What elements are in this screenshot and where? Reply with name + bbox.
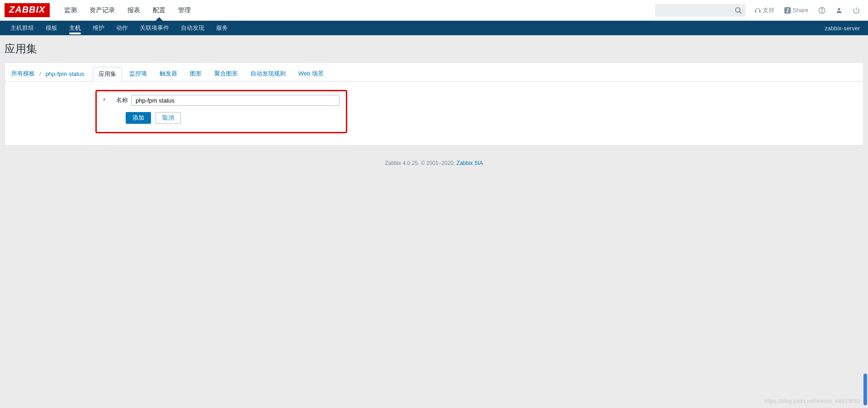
tab-applications[interactable]: 应用集 [93, 67, 122, 81]
subnav-correlation[interactable]: 关联项事件 [134, 21, 175, 35]
svg-point-6 [838, 8, 840, 10]
main-menu-administration[interactable]: 管理 [172, 0, 197, 20]
tab-web-scenarios[interactable]: Web 场景 [293, 67, 329, 80]
help-link[interactable] [815, 7, 829, 14]
main-menu-reports[interactable]: 报表 [121, 0, 146, 20]
breadcrumb-template-name[interactable]: php-fpm status [44, 68, 86, 80]
tab-triggers[interactable]: 触发器 [154, 67, 183, 80]
tab-strip: 所有模板 / php-fpm status 应用集 监控项 触发器 图形 聚合图… [5, 63, 863, 81]
support-label: 支持 [763, 6, 774, 14]
search-input[interactable] [655, 4, 745, 17]
name-input[interactable] [132, 95, 340, 106]
svg-line-1 [740, 12, 741, 14]
subnav-templates[interactable]: 模板 [40, 21, 63, 35]
footer-link[interactable]: Zabbix SIA [457, 160, 483, 166]
power-icon [853, 7, 860, 14]
breadcrumb-all-templates[interactable]: 所有模板 [9, 67, 37, 80]
svg-rect-2 [755, 10, 756, 12]
sub-nav: 主机群组 模板 主机 维护 动作 关联项事件 自动发现 服务 zabbix-se… [0, 21, 868, 35]
top-bar: ZABBIX 监测 资产记录 报表 配置 管理 支持 Z Share [0, 0, 868, 21]
tab-graphs[interactable]: 图形 [184, 67, 207, 80]
subnav-discovery[interactable]: 自动发现 [175, 21, 210, 35]
subnav-host-groups[interactable]: 主机群组 [5, 21, 40, 35]
user-icon [835, 7, 843, 14]
breadcrumb-separator: / [38, 68, 42, 80]
logout-link[interactable] [849, 7, 863, 14]
page-title: 应用集 [0, 35, 868, 62]
add-button[interactable]: 添加 [126, 112, 151, 124]
share-link[interactable]: Z Share [781, 7, 812, 14]
tab-screens[interactable]: 聚合图形 [209, 67, 243, 80]
highlight-box: * 名称 添加 取消 [95, 90, 347, 133]
main-menu: 监测 资产记录 报表 配置 管理 [58, 0, 655, 20]
form-area: * 名称 添加 取消 [5, 82, 863, 145]
support-link[interactable]: 支持 [751, 6, 778, 14]
search-wrap [655, 4, 745, 17]
tab-discovery-rules[interactable]: 自动发现规则 [245, 67, 291, 80]
main-menu-monitoring[interactable]: 监测 [58, 0, 83, 20]
search-icon[interactable] [735, 7, 742, 15]
svg-rect-3 [760, 10, 760, 12]
footer: Zabbix 4.0.25. © 2001–2020, Zabbix SIA [0, 150, 868, 170]
subnav-hosts[interactable]: 主机 [63, 21, 87, 35]
cancel-button[interactable]: 取消 [156, 112, 181, 124]
subnav-services[interactable]: 服务 [210, 21, 234, 35]
scrollbar-thumb[interactable] [863, 374, 867, 405]
help-icon [818, 7, 826, 14]
user-link[interactable] [832, 7, 846, 14]
subnav-maintenance[interactable]: 维护 [87, 21, 110, 35]
required-mark: * [103, 97, 105, 104]
share-label: Share [793, 7, 808, 14]
name-label: 名称 [109, 96, 128, 104]
headset-icon [755, 7, 761, 14]
top-right-controls: 支持 Z Share [655, 4, 863, 17]
server-name: zabbix-server [825, 25, 863, 32]
footer-text: Zabbix 4.0.25. © 2001–2020, [385, 160, 457, 166]
svg-point-0 [736, 8, 740, 12]
button-row: 添加 取消 [103, 112, 340, 124]
main-menu-configuration[interactable]: 配置 [146, 0, 172, 20]
svg-point-5 [821, 12, 822, 12]
content-card: 所有模板 / php-fpm status 应用集 监控项 触发器 图形 聚合图… [5, 62, 863, 145]
tab-items[interactable]: 监控项 [124, 67, 152, 80]
main-menu-inventory[interactable]: 资产记录 [83, 0, 121, 20]
watermark: https://blog.csdn.net/weixin_44953658 [764, 398, 860, 404]
share-badge-icon: Z [784, 7, 791, 14]
subnav-actions[interactable]: 动作 [110, 21, 134, 35]
form-row-name: * 名称 [103, 95, 340, 106]
logo[interactable]: ZABBIX [5, 3, 50, 17]
